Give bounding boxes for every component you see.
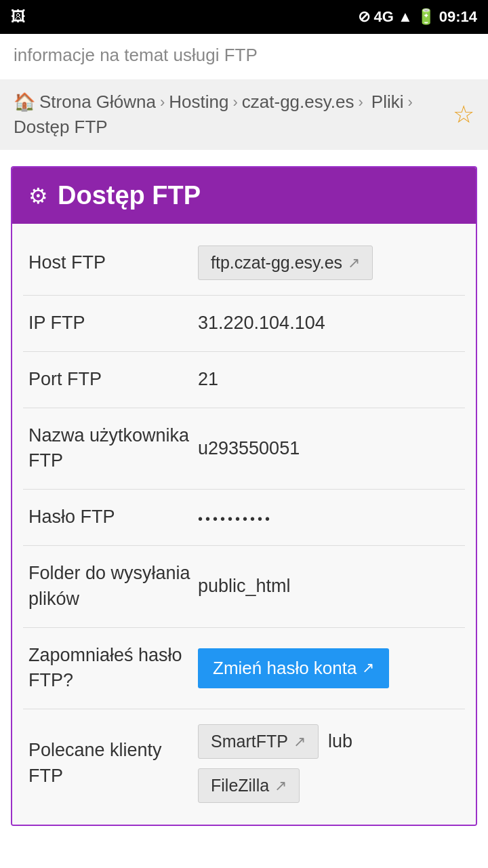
filezilla-button[interactable]: FileZilla ↗ (198, 768, 300, 803)
smartftp-button[interactable]: SmartFTP ↗ (198, 724, 319, 759)
external-link-icon-2: ↗ (362, 659, 374, 677)
ftp-label-ip: IP FTP (28, 311, 191, 336)
ftp-gear-icon: ⚙ (28, 183, 48, 209)
ftp-label-username: Nazwa użytkownika FTP (28, 423, 191, 475)
ftp-row-forgot: Zapomniałeś hasło FTP? Zmień hasło konta… (23, 628, 465, 710)
battery-icon: 🔋 (417, 8, 435, 26)
breadcrumb-section[interactable]: Pliki (371, 92, 404, 113)
breadcrumb-sep-4: › (408, 94, 413, 111)
password-dots: •••••••••• (198, 511, 272, 526)
favorite-star-icon[interactable]: ☆ (453, 100, 474, 129)
ftp-value-port: 21 (198, 369, 460, 390)
ftp-header: ⚙ Dostęp FTP (12, 167, 476, 224)
ftp-table: Host FTP ftp.czat-gg.esy.es ↗ IP FTP 31.… (12, 224, 476, 825)
blocked-icon: ⊘ (358, 8, 370, 26)
ftp-title: Dostęp FTP (58, 181, 201, 210)
breadcrumb: 🏠 Strona Główna › Hosting › czat-gg.esy.… (0, 79, 488, 150)
signal-icon: ▲ (398, 8, 413, 26)
network-label: 4G (374, 8, 394, 26)
ftp-row-password: Hasło FTP •••••••••• (23, 490, 465, 546)
breadcrumb-current: Dostęp FTP (14, 117, 108, 138)
client-buttons: SmartFTP ↗ lub FileZilla ↗ (198, 724, 460, 803)
status-right: ⊘ 4G ▲ 🔋 09:14 (358, 8, 477, 26)
breadcrumb-sep-3: › (359, 94, 363, 111)
ftp-card: ⚙ Dostęp FTP Host FTP ftp.czat-gg.esy.es… (11, 166, 477, 826)
filezilla-label: FileZilla (211, 776, 269, 795)
home-icon: 🏠 (14, 92, 35, 113)
ftp-value-forgot: Zmień hasło konta ↗ (198, 648, 460, 688)
change-password-button[interactable]: Zmień hasło konta ↗ (198, 648, 389, 688)
breadcrumb-home[interactable]: Strona Główna (39, 92, 156, 113)
ftp-row-host: Host FTP ftp.czat-gg.esy.es ↗ (23, 231, 465, 296)
ftp-label-password: Hasło FTP (28, 505, 191, 530)
status-left: 🖼 (11, 8, 26, 26)
ftp-value-clients: SmartFTP ↗ lub FileZilla ↗ (198, 724, 460, 803)
breadcrumb-domain[interactable]: czat-gg.esy.es (242, 92, 354, 113)
breadcrumb-sep-2: › (232, 94, 237, 111)
ftp-value-folder: public_html (198, 576, 460, 597)
external-link-icon-4: ↗ (274, 777, 287, 795)
status-bar: 🖼 ⊘ 4G ▲ 🔋 09:14 (0, 0, 488, 34)
breadcrumb-sep-1: › (160, 94, 165, 111)
external-link-icon-3: ↗ (293, 733, 306, 751)
main-content: ⚙ Dostęp FTP Host FTP ftp.czat-gg.esy.es… (0, 150, 488, 842)
ftp-row-username: Nazwa użytkownika FTP u293550051 (23, 408, 465, 490)
ftp-value-password: •••••••••• (198, 507, 460, 528)
ftp-value-username: u293550051 (198, 438, 460, 459)
time-label: 09:14 (439, 8, 477, 26)
image-icon: 🖼 (11, 8, 26, 26)
ftp-host-text: ftp.czat-gg.esy.es (211, 253, 342, 273)
ftp-label-host: Host FTP (28, 250, 191, 276)
change-password-label: Zmień hasło konta (213, 658, 357, 679)
ftp-label-folder: Folder do wysyłania plików (28, 561, 191, 612)
top-info-text: informacje na temat usługi FTP (14, 45, 258, 65)
ftp-label-forgot: Zapomniałeś hasło FTP? (28, 643, 191, 694)
top-info: informacje na temat usługi FTP (0, 34, 488, 79)
smartftp-label: SmartFTP (211, 732, 288, 751)
ftp-label-clients: Polecane klienty FTP (28, 738, 191, 789)
lub-separator: lub (328, 731, 352, 752)
ftp-value-host: ftp.czat-gg.esy.es ↗ (198, 245, 460, 280)
ftp-row-port: Port FTP 21 (23, 352, 465, 408)
ftp-value-ip: 31.220.104.104 (198, 313, 460, 334)
ftp-row-folder: Folder do wysyłania plików public_html (23, 546, 465, 628)
ftp-row-clients: Polecane klienty FTP SmartFTP ↗ lub File… (23, 709, 465, 818)
breadcrumb-hosting[interactable]: Hosting (169, 92, 228, 113)
ftp-label-port: Port FTP (28, 367, 191, 393)
ftp-row-ip: IP FTP 31.220.104.104 (23, 296, 465, 352)
external-link-icon: ↗ (348, 254, 360, 272)
ftp-host-button[interactable]: ftp.czat-gg.esy.es ↗ (198, 245, 373, 280)
